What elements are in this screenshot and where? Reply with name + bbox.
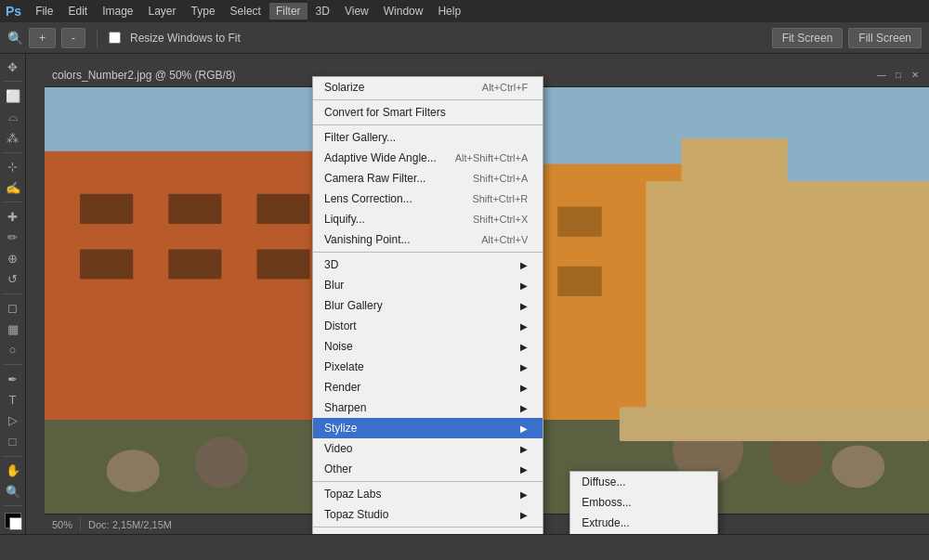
menu-filter[interactable]: Filter — [269, 3, 307, 20]
main-area: ✥ ⬜ ⌓ ⁂ ⊹ ✍ ✚ ✏ ⊕ ↺ ◻ ▦ ○ ✒ T ▷ □ ✋ 🔍 co — [0, 54, 929, 534]
filter-menu-blur-gallery[interactable]: Blur Gallery ▶ — [313, 295, 543, 316]
svg-point-24 — [195, 436, 248, 488]
minimize-button[interactable]: — — [875, 69, 888, 82]
menu-edit[interactable]: Edit — [61, 3, 94, 20]
close-button[interactable]: ✕ — [909, 69, 922, 82]
menu-type[interactable]: Type — [185, 3, 222, 20]
filter-menu-blur[interactable]: Blur ▶ — [313, 275, 543, 295]
doc-size: Doc: 2,15M/2,15M — [88, 519, 172, 530]
window-controls: — □ ✕ — [875, 69, 922, 82]
tool-brush[interactable]: ✏ — [3, 228, 23, 247]
tool-hand[interactable]: ✋ — [3, 461, 23, 479]
filter-menu-liquify[interactable]: Liquify... Shift+Ctrl+X — [313, 209, 543, 229]
tool-gradient[interactable]: ▦ — [3, 319, 23, 338]
menu-window[interactable]: Window — [377, 3, 430, 20]
filter-sep-3 — [313, 252, 543, 253]
tool-sep-4 — [4, 293, 22, 294]
zoom-out-button[interactable]: - — [61, 28, 85, 48]
svg-rect-8 — [80, 194, 133, 224]
tool-eraser[interactable]: ◻ — [3, 299, 23, 318]
svg-rect-13 — [168, 249, 221, 279]
svg-rect-14 — [256, 249, 309, 279]
menu-file[interactable]: File — [29, 3, 59, 20]
menu-help[interactable]: Help — [431, 3, 467, 20]
tool-shape[interactable]: □ — [3, 432, 23, 450]
filter-menu-video[interactable]: Video ▶ — [313, 438, 543, 459]
tool-clone-stamp[interactable]: ⊕ — [3, 249, 23, 267]
filter-menu-pixelate[interactable]: Pixelate ▶ — [313, 357, 543, 377]
menu-select[interactable]: Select — [224, 3, 268, 20]
tool-crop[interactable]: ⊹ — [3, 157, 23, 176]
tool-zoom[interactable]: 🔍 — [3, 482, 23, 501]
menubar: Ps File Edit Image Layer Type Select Fil… — [0, 0, 929, 22]
tool-sep-2 — [4, 152, 22, 153]
filter-sep-4 — [313, 481, 543, 482]
tool-magic-wand[interactable]: ⁂ — [3, 128, 23, 147]
filter-menu-noise[interactable]: Noise ▶ — [313, 336, 543, 357]
filter-menu-sharpen[interactable]: Sharpen ▶ — [313, 397, 543, 418]
svg-point-27 — [831, 446, 884, 488]
filter-menu-other[interactable]: Other ▶ — [313, 459, 543, 479]
svg-point-23 — [107, 449, 160, 492]
background-color[interactable] — [9, 517, 22, 530]
resize-windows-checkbox[interactable] — [109, 32, 121, 44]
menu-view[interactable]: View — [338, 3, 375, 20]
app-logo: Ps — [6, 4, 21, 19]
svg-rect-28 — [620, 407, 929, 441]
stylize-find-edges[interactable]: Find Edges — [570, 533, 717, 534]
fill-screen-button[interactable]: Fill Screen — [848, 28, 922, 48]
tool-sep-1 — [4, 81, 22, 82]
filter-menu-topaz-studio[interactable]: Topaz Studio ▶ — [313, 504, 543, 525]
status-sep — [80, 518, 81, 531]
filter-sep-1 — [313, 99, 543, 100]
filter-menu-browse-online[interactable]: Browse Filters Online... — [313, 529, 543, 534]
tool-pen[interactable]: ✒ — [3, 370, 23, 388]
tool-sep-6 — [4, 456, 22, 457]
filter-menu-vanishing-point[interactable]: Vanishing Point... Alt+Ctrl+V — [313, 229, 543, 250]
maximize-button[interactable]: □ — [892, 69, 905, 82]
zoom-level: 50% — [52, 519, 72, 530]
canvas-area: colors_Number2.jpg @ 50% (RGB/8) — □ ✕ — [26, 54, 929, 534]
filter-menu-render[interactable]: Render ▶ — [313, 377, 543, 397]
menu-3d[interactable]: 3D — [309, 3, 336, 20]
filter-menu-camera-raw[interactable]: Camera Raw Filter... Shift+Ctrl+A — [313, 168, 543, 189]
filter-menu-filter-gallery[interactable]: Filter Gallery... — [313, 127, 543, 148]
stylize-emboss[interactable]: Emboss... — [570, 492, 717, 513]
tool-type[interactable]: T — [3, 390, 23, 409]
optionsbar: 🔍 + - Resize Windows to Fit Fit Screen F… — [0, 22, 929, 54]
filter-menu-lens-correction[interactable]: Lens Correction... Shift+Ctrl+R — [313, 189, 543, 209]
magnifier-icon: 🔍 — [7, 31, 23, 46]
fit-screen-button[interactable]: Fit Screen — [772, 28, 844, 48]
menu-image[interactable]: Image — [96, 3, 139, 20]
filter-sep-5 — [313, 527, 543, 527]
filter-menu-solarize-top[interactable]: Solarize Alt+Ctrl+F — [313, 77, 543, 98]
svg-rect-9 — [168, 194, 221, 224]
tool-dodge[interactable]: ○ — [3, 341, 23, 359]
filter-dropdown-menu: Solarize Alt+Ctrl+F Convert for Smart Fi… — [312, 76, 543, 534]
filter-menu-adaptive-wide[interactable]: Adaptive Wide Angle... Alt+Shift+Ctrl+A — [313, 148, 543, 168]
filter-menu-stylize[interactable]: Stylize ▶ — [313, 418, 543, 438]
filter-menu-topaz-labs[interactable]: Topaz Labs ▶ — [313, 484, 543, 504]
menu-layer[interactable]: Layer — [142, 3, 183, 20]
stylize-submenu: Diffuse... Emboss... Extrude... Find Edg… — [569, 471, 718, 534]
filter-menu-convert-smart[interactable]: Convert for Smart Filters — [313, 102, 543, 123]
stylize-diffuse[interactable]: Diffuse... — [570, 472, 717, 492]
svg-rect-7 — [681, 138, 787, 189]
foreground-color[interactable] — [5, 513, 21, 528]
filter-sep-2 — [313, 124, 543, 125]
tool-lasso[interactable]: ⌓ — [3, 108, 23, 126]
tool-sep-3 — [4, 202, 22, 202]
stylize-extrude[interactable]: Extrude... — [570, 513, 717, 533]
filter-menu-distort[interactable]: Distort ▶ — [313, 316, 543, 336]
tool-spot-heal[interactable]: ✚ — [3, 207, 23, 226]
tool-eyedropper[interactable]: ✍ — [3, 178, 23, 197]
tool-history-brush[interactable]: ↺ — [3, 269, 23, 288]
tool-sep-7 — [4, 505, 22, 506]
tool-path-select[interactable]: ▷ — [3, 411, 23, 430]
tool-move[interactable]: ✥ — [3, 58, 23, 76]
tool-marquee[interactable]: ⬜ — [3, 86, 23, 105]
filter-menu-3d[interactable]: 3D ▶ — [313, 254, 543, 275]
svg-rect-21 — [557, 267, 602, 296]
zoom-in-button[interactable]: + — [29, 28, 56, 48]
svg-rect-12 — [80, 249, 133, 279]
